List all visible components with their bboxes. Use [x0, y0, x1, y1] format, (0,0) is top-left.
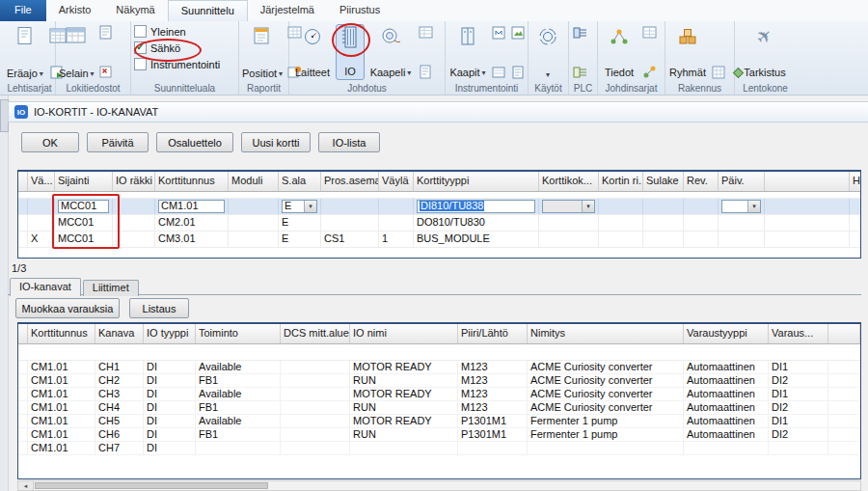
row-selector[interactable] — [18, 199, 28, 214]
plc-io-icon[interactable] — [572, 64, 589, 80]
kaytot-button[interactable]: ▾ — [531, 24, 564, 80]
sheet-series-icon[interactable] — [14, 24, 37, 47]
instrument-list-icon[interactable] — [490, 64, 507, 80]
dropdown-arrow-icon[interactable]: ▾ — [304, 201, 316, 212]
cable-list-icon[interactable] — [417, 24, 434, 41]
column-header[interactable]: Korttitunnus — [155, 172, 229, 191]
column-header[interactable]: IO tyyppi — [144, 324, 196, 343]
table-row[interactable]: CM1.01CH1DIAvailableMOTOR READYM123ACME … — [18, 361, 860, 374]
sala-combobox[interactable]: E ▾ — [282, 200, 317, 213]
table-row[interactable]: MCC01 CM1.01 E ▾ DI810/TU838 ▾ — [18, 199, 860, 215]
tarkistus-button[interactable]: ✈ Tarkistus — [738, 24, 792, 80]
building-grid-icon[interactable] — [710, 64, 727, 80]
tiedot-button[interactable]: Tiedot — [601, 24, 637, 80]
io-cards-grid[interactable]: Vä... Sijainti IO räkki Korttitunnus Mod… — [17, 170, 861, 259]
column-header[interactable]: Korttikok... — [539, 172, 599, 191]
column-header[interactable]: IO nimi — [350, 324, 458, 343]
loop-drawing-icon[interactable] — [490, 24, 507, 41]
cable-report-icon[interactable] — [417, 64, 434, 80]
column-header[interactable]: Kortin ri... — [599, 172, 643, 191]
tab-liittimet[interactable]: Liittimet — [83, 280, 139, 296]
ok-button[interactable]: OK — [21, 132, 79, 152]
muokkaa-varauksia-button[interactable]: Muokkaa varauksia — [15, 298, 120, 318]
column-header[interactable]: Toiminto — [196, 324, 281, 343]
paivita-button[interactable]: Päivitä — [87, 132, 149, 152]
korttityyppi-input[interactable]: DI810/TU838 — [420, 200, 484, 211]
report-icon[interactable] — [251, 24, 274, 47]
column-header[interactable]: Moduli — [229, 172, 279, 191]
osaluettelo-button[interactable]: Osaluettelo — [156, 132, 233, 152]
row-selector[interactable] — [18, 215, 28, 231]
korttikoko-combobox[interactable]: ▾ — [542, 200, 595, 213]
table-row[interactable]: CM1.01CH7DI — [18, 442, 860, 455]
io-button[interactable]: IO — [336, 24, 365, 80]
table-row[interactable]: MCC01 CM2.01 E DO810/TU830 — [18, 215, 860, 232]
dropdown-arrow-icon[interactable]: ▾ — [582, 201, 594, 212]
column-header[interactable]: Hu... — [850, 172, 861, 191]
table-row[interactable]: CM1.01CH4DIFB1RUNM123ACME Curiosity conv… — [18, 401, 860, 415]
checkbox-sahko[interactable]: ✓ Sähkö — [134, 41, 220, 55]
table-row[interactable]: CM1.01CH5DIAvailableMOTOR READYP1301M1Fe… — [18, 415, 860, 428]
delete-log-icon[interactable] — [97, 64, 115, 80]
table-row[interactable]: CM1.01CH2DIFB1RUNM123ACME Curiosity conv… — [18, 374, 860, 388]
paiv-combobox[interactable]: ▾ — [721, 200, 761, 213]
browser-icon[interactable] — [65, 24, 88, 47]
laitteet-button[interactable]: Laitteet — [292, 24, 333, 80]
instrument-image-icon[interactable] — [509, 24, 527, 41]
column-header[interactable]: Rev. — [684, 172, 719, 191]
scroll-left-button[interactable]: ◂ — [18, 481, 34, 490]
column-header[interactable]: Kanava — [95, 324, 144, 343]
tab-file[interactable]: File — [0, 0, 46, 21]
scroll-thumb[interactable] — [35, 482, 268, 489]
io-channels-grid[interactable]: KorttitunnusKanavaIO tyyppiToimintoDCS m… — [17, 322, 861, 479]
column-header[interactable]: S.ala — [279, 172, 321, 191]
row-selector[interactable] — [18, 361, 28, 373]
column-header[interactable]: IO räkki — [113, 172, 155, 191]
column-header[interactable]: DCS mitt.alue — [281, 324, 350, 343]
positiot-button[interactable]: Positiot▾ — [242, 68, 283, 80]
table-row[interactable]: CM1.01CH6DIFB1RUNP1301M1Fermenter 1 pump… — [18, 428, 860, 442]
instrument-doc-icon[interactable] — [509, 64, 527, 80]
column-header[interactable]: Sulake — [643, 172, 684, 191]
dialog-titlebar[interactable]: IO IO-KORTIT - IO-KANAVAT — [8, 101, 868, 123]
column-header[interactable]: Piiri/Lähtö — [458, 324, 528, 343]
column-header[interactable]: Väylä — [379, 172, 414, 191]
korttitunnus-input[interactable]: CM1.01 — [158, 200, 225, 213]
plc-rack-icon[interactable] — [572, 24, 589, 41]
selain-button[interactable]: Selain▾ — [59, 68, 95, 80]
horizontal-scrollbar[interactable]: ◂ — [17, 480, 861, 491]
column-header[interactable]: Varaustyyppi — [684, 324, 769, 343]
row-selector[interactable] — [18, 442, 28, 454]
column-header[interactable]: Vä... — [28, 172, 55, 191]
row-selector[interactable] — [18, 428, 28, 441]
column-header[interactable]: Nimitys — [528, 324, 684, 343]
tab-nakyma[interactable]: Näkymä — [103, 0, 167, 21]
row-selector[interactable] — [18, 232, 28, 247]
listaus-button[interactable]: Listaus — [129, 298, 189, 318]
checkbox-instrumentointi[interactable]: Instrumentointi — [134, 57, 220, 71]
eraajo-button[interactable]: Eräajo▾ — [7, 68, 43, 80]
column-header[interactable]: Varaus... — [769, 324, 828, 343]
tab-io-kanavat[interactable]: IO-kanavat — [10, 278, 81, 296]
kaapeli-button[interactable]: Kaapeli▾ — [367, 24, 414, 80]
column-header[interactable]: Pros.asema — [321, 172, 379, 191]
io-lista-button[interactable]: IO-lista — [318, 132, 380, 152]
table-row[interactable]: X MCC01 CM3.01 E CS1 1 BUS_MODULE — [18, 232, 860, 248]
tab-jarjestelma[interactable]: Järjestelmä — [248, 0, 327, 21]
tab-suunnittelu[interactable]: Suunnittelu — [168, 0, 248, 21]
tab-arkisto[interactable]: Arkisto — [46, 0, 104, 21]
tab-piirustus[interactable]: Piirustus — [327, 0, 393, 21]
harness-table-icon[interactable] — [640, 24, 658, 41]
kaapit-button[interactable]: Kaapit▾ — [448, 24, 487, 80]
harness-link-icon[interactable] — [640, 64, 658, 80]
column-header[interactable]: Korttitunnus — [28, 324, 95, 343]
checkbox-yleinen[interactable]: Yleinen — [134, 24, 220, 39]
column-header[interactable]: Päiv. — [719, 172, 765, 191]
row-selector[interactable] — [18, 415, 28, 427]
uusi-kortti-button[interactable]: Uusi kortti — [241, 132, 311, 152]
column-header[interactable]: Sijainti — [55, 172, 113, 191]
row-selector[interactable] — [18, 388, 28, 400]
sijainti-input[interactable]: MCC01 — [58, 200, 109, 213]
row-selector[interactable] — [18, 374, 28, 387]
dropdown-arrow-icon[interactable]: ▾ — [747, 201, 760, 212]
